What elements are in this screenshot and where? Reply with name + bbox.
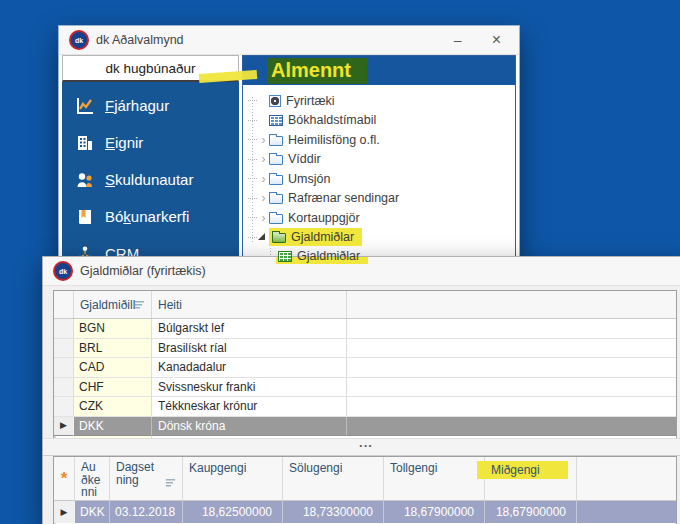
chevron-right-icon[interactable]: ›	[258, 212, 269, 224]
sidebar-item-fjarhagur[interactable]: Fjárhagur	[62, 95, 239, 116]
column-header-solugengi[interactable]: Sölugengi	[283, 457, 384, 500]
currency-name-cell[interactable]: Tékkneskar krónur	[152, 397, 347, 417]
currency-code-cell[interactable]: DKK	[74, 417, 152, 437]
table-row[interactable]: CHF Svissneskur franki	[54, 378, 676, 398]
table-row[interactable]: CAD Kanadadalur	[54, 358, 676, 378]
tree-item-heimilisfong[interactable]: › Heimilisföng o.fl.	[243, 130, 515, 150]
currency-name-cell[interactable]: Búlgarskt lef	[152, 319, 347, 339]
chevron-expanded-icon[interactable]	[258, 233, 265, 240]
company-icon	[269, 95, 281, 107]
currencies-table: Gjaldmiðill Heiti BGN Búlgarskt lef BRL …	[53, 290, 677, 441]
panel-title-highlighted: Almennt	[267, 58, 367, 84]
sidebar-item-label: Bókunarkerfi	[105, 208, 189, 225]
currencies-window-body: Gjaldmiðill Heiti BGN Búlgarskt lef BRL …	[43, 286, 680, 524]
currency-code-cell[interactable]: CHF	[74, 378, 152, 398]
rate-buy-cell[interactable]: 18,62500000	[183, 501, 283, 523]
rate-sell-cell[interactable]: 18,73300000	[283, 501, 384, 523]
row-marker-icon: ▶	[54, 417, 74, 437]
sidebar-menu: Fjárhagur Eignir Skuldunautar Bókunarker…	[62, 82, 239, 280]
tree-item-label: Gjaldmiðlar	[291, 230, 354, 244]
currency-name-cell[interactable]: Brasilískt ríal	[152, 339, 347, 359]
chevron-right-icon[interactable]: ›	[258, 134, 269, 146]
sidebar-item-label: Skuldunautar	[105, 171, 193, 188]
column-header-tollgengi[interactable]: Tollgengi	[384, 457, 485, 500]
dk-logo-icon: dk	[53, 261, 73, 281]
tree-item-label: Rafrænar sendingar	[288, 191, 399, 205]
table-green-icon	[278, 251, 292, 262]
sidebar-item-label: Eignir	[105, 134, 143, 151]
minimize-button[interactable]: –	[454, 33, 462, 47]
currency-name-cell[interactable]: Kanadadalur	[152, 358, 347, 378]
book-icon	[75, 207, 95, 227]
column-header-filler	[347, 291, 676, 318]
rate-id-cell[interactable]: DKK	[75, 501, 110, 523]
tree-item-bokhaldstimabil[interactable]: Bókhaldstímabil	[243, 111, 515, 131]
open-folder-icon	[272, 233, 286, 243]
column-header-filler	[577, 457, 676, 500]
currency-code-cell[interactable]: BRL	[74, 339, 152, 359]
yellow-marker-underline: Gjaldmiðlar	[276, 249, 368, 264]
currency-code-cell[interactable]: BGN	[74, 319, 152, 339]
sidebar-item-label: Fjárhagur	[105, 97, 169, 114]
currency-name-cell[interactable]: Svissneskur franki	[152, 378, 347, 398]
folder-icon	[269, 136, 283, 146]
tree-item-kortauppgjor[interactable]: › Kortauppgjör	[243, 208, 515, 228]
currency-code-cell[interactable]: CAD	[74, 358, 152, 378]
tree-item-viddir[interactable]: › Víddir	[243, 150, 515, 170]
table-row-selected[interactable]: ▶ DKK Dönsk króna	[54, 417, 676, 437]
currencies-table-header: Gjaldmiðill Heiti	[54, 291, 676, 319]
column-header-heiti[interactable]: Heiti	[152, 291, 347, 318]
currency-name-cell[interactable]: Dönsk króna	[152, 417, 347, 437]
rate-customs-cell[interactable]: 18,67900000	[384, 501, 485, 523]
column-header-midgengi[interactable]: Miðgengi	[485, 457, 577, 500]
rate-mid-cell[interactable]: 18,67900000	[485, 501, 577, 523]
tree-item-rafraenar-sendingar[interactable]: › Rafrænar sendingar	[243, 189, 515, 209]
chevron-right-icon[interactable]: ›	[258, 192, 269, 204]
table-row[interactable]: BGN Búlgarskt lef	[54, 319, 676, 339]
currency-code-cell[interactable]: CZK	[74, 397, 152, 417]
desktop: dk dk Aðalvalmynd – × dk hugbúnaður Fjár…	[0, 0, 680, 524]
tree-item-gjaldmidlar-child[interactable]: Gjaldmiðlar	[243, 247, 515, 267]
sidebar: dk hugbúnaður Fjárhagur Eignir Skuldunau…	[62, 55, 239, 265]
sidebar-item-skuldunautar[interactable]: Skuldunautar	[62, 169, 239, 190]
rates-table-header: * Au ðke nni Dagset ning Kaupgengi Sölug…	[54, 457, 676, 501]
tree-item-label: Víddir	[288, 152, 321, 166]
chart-icon	[75, 96, 95, 116]
tree-item-umsjon[interactable]: › Umsjón	[243, 169, 515, 189]
main-window-title: dk Aðalvalmynd	[96, 33, 184, 47]
splitter-grip-icon: ...	[359, 439, 373, 447]
yellow-marker-highlight: Miðgengi	[477, 461, 568, 479]
table-row[interactable]: BRL Brasilískt ríal	[54, 339, 676, 359]
sidebar-item-eignir[interactable]: Eignir	[62, 132, 239, 153]
chevron-right-icon[interactable]: ›	[258, 153, 269, 165]
rate-date-cell[interactable]: 03.12.2018	[110, 501, 183, 523]
key-column-icon: *	[54, 457, 75, 500]
tree-item-gjaldmidlar[interactable]: Gjaldmiðlar	[243, 228, 515, 248]
column-header-kaupgengi[interactable]: Kaupgengi	[183, 457, 283, 500]
tree-item-label: Umsjón	[288, 172, 330, 186]
yellow-marker-highlight: Gjaldmiðlar	[269, 228, 362, 246]
folder-icon	[269, 194, 283, 204]
rates-table: * Au ðke nni Dagset ning Kaupgengi Sölug…	[53, 456, 677, 524]
currencies-window-title: Gjaldmiðlar (fyrirtækis)	[80, 264, 206, 278]
folder-icon	[269, 155, 283, 165]
sort-ascending-icon	[166, 479, 177, 487]
column-header-dagsetning[interactable]: Dagset ning	[110, 457, 183, 500]
splitter-handle[interactable]: ...	[43, 438, 680, 456]
main-window-titlebar[interactable]: dk dk Aðalvalmynd – ×	[59, 26, 519, 55]
folder-icon	[269, 175, 283, 185]
close-button[interactable]: ×	[492, 32, 501, 48]
tree-item-label: Kortauppgjör	[288, 211, 360, 225]
column-header-audkenni[interactable]: Au ðke nni	[75, 457, 110, 500]
tree-panel-header: Almennt	[243, 56, 515, 85]
chevron-right-icon[interactable]: ›	[258, 173, 269, 185]
main-window-body: dk hugbúnaður Fjárhagur Eignir Skuldunau…	[59, 55, 519, 265]
rates-row-selected[interactable]: ▶ DKK 03.12.2018 18,62500000 18,73300000…	[54, 501, 676, 523]
building-icon	[75, 133, 95, 153]
sidebar-item-bokunarkerfi[interactable]: Bókunarkerfi	[62, 206, 239, 227]
column-header-gjaldmidill[interactable]: Gjaldmiðill	[74, 291, 152, 318]
row-selector-header	[54, 291, 74, 318]
tree-item-fyrirtaeki[interactable]: Fyrirtæki	[243, 91, 515, 111]
tree-item-label: Bókhaldstímabil	[288, 113, 376, 127]
table-row[interactable]: CZK Tékkneskar krónur	[54, 397, 676, 417]
